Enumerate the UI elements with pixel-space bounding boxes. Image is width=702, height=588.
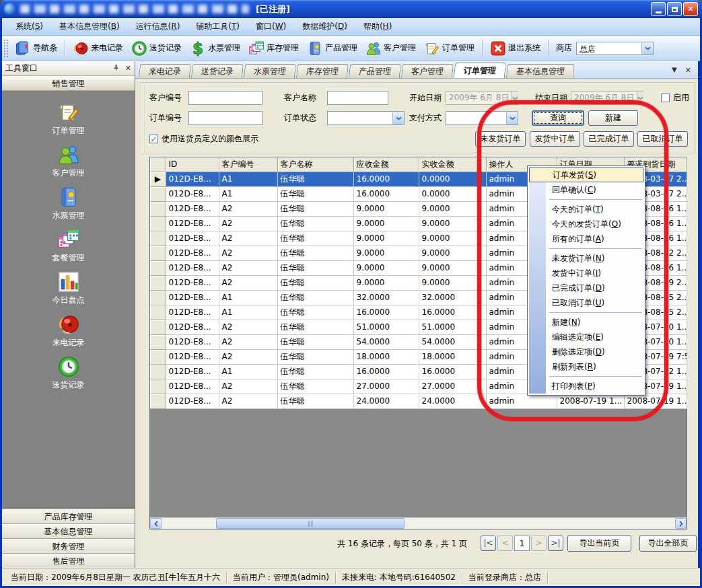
status-filter-button-0[interactable]: 未发货订单 [475, 131, 526, 147]
menubar-item-H[interactable]: 帮助(H) [355, 19, 400, 34]
toolbar-button-navbook[interactable]: 导航条 [11, 38, 61, 59]
tab-基本信息管理[interactable]: 基本信息管理 [506, 64, 575, 78]
sidebar-item-chart[interactable]: 今日盘点 [2, 267, 135, 309]
tab-close-icon[interactable]: ✕ [685, 66, 691, 75]
context-menu-item-C[interactable]: 回单确认(C) [529, 182, 643, 197]
menubar-item-W[interactable]: 窗口(W) [248, 19, 294, 34]
sidebar-section[interactable]: 售后管理 [2, 554, 135, 568]
toolbar-button-exit[interactable]: 退出系统 [486, 38, 545, 59]
scroll-right-icon[interactable] [675, 518, 687, 529]
order-code-label: 订单编号 [149, 111, 182, 125]
minimize-button[interactable] [651, 2, 666, 16]
toolbar-button-dollar[interactable]: $水票管理 [186, 38, 244, 59]
start-date-label: 开始日期 [409, 91, 442, 105]
toolbar-button-clock[interactable]: 送货记录 [127, 38, 186, 59]
sidebar-item-people[interactable]: 客户管理 [2, 140, 135, 182]
last-page-button[interactable]: >| [548, 536, 563, 551]
context-menu-item-E[interactable]: 编辑选定项(E) [529, 330, 643, 344]
order-code-input[interactable] [188, 111, 262, 125]
first-page-button[interactable]: |< [481, 536, 496, 551]
tab-产品管理[interactable]: 产品管理 [349, 64, 401, 78]
delivery-color-checkbox[interactable]: ✓ 使用送货员定义的颜色展示 [149, 133, 258, 145]
enable-checkbox[interactable]: 启用 [661, 92, 689, 104]
menubar-item-R[interactable]: 运行信息(R) [128, 19, 188, 34]
prev-page-button[interactable]: < [497, 536, 513, 551]
tab-订单管理[interactable]: 订单管理 [454, 63, 506, 78]
page-number-input[interactable] [514, 536, 530, 551]
horizontal-scrollbar[interactable] [150, 517, 687, 529]
export-all-pages-button[interactable]: 导出全部页 [639, 535, 697, 552]
toolbar-button-bell[interactable]: 来电记录 [69, 38, 127, 59]
column-header-ID[interactable]: ID [166, 157, 219, 172]
menubar-item-S[interactable]: 系统(S) [7, 19, 51, 34]
toolbar-button-bluebook[interactable]: 产品管理 [303, 38, 361, 59]
sidebar-section-sales[interactable]: 销售管理 [2, 76, 135, 91]
sidebar-item-bell[interactable]: 来电记录 [2, 309, 135, 352]
toolbar-button-scroll[interactable]: 订单管理 [420, 38, 479, 59]
navbook-icon [15, 40, 31, 57]
export-current-page-button[interactable]: 导出当前页 [567, 535, 631, 552]
sidebar-item-calendar[interactable]: 套餐管理 [2, 225, 135, 267]
chevron-down-icon[interactable] [392, 112, 404, 124]
tab-来电记录[interactable]: 来电记录 [139, 64, 191, 78]
context-menu-item-N[interactable]: 新建(N) [529, 315, 643, 330]
sidebar-item-clock[interactable]: 送货记录 [2, 352, 135, 394]
context-menu-item-T[interactable]: 今天的订单(T) [529, 202, 643, 217]
new-button[interactable]: 新建 [588, 110, 638, 126]
toolbar-grip[interactable] [4, 40, 8, 57]
toolbar-button-people[interactable]: 客户管理 [361, 38, 420, 59]
status-filter-button-1[interactable]: 发货中订单 [530, 131, 580, 147]
column-header-客户编号[interactable]: 客户编号 [219, 157, 277, 172]
sidebar-section[interactable]: 基本信息管理 [2, 524, 135, 539]
context-menu-item-D[interactable]: 删除选定项(D) [529, 344, 643, 359]
sidebar-item-scroll[interactable]: 订单管理 [2, 98, 135, 140]
context-menu-item-D[interactable]: 已完成订单(D) [529, 281, 643, 295]
tab-水票管理[interactable]: 水票管理 [244, 64, 296, 78]
context-menu-item-R[interactable]: 刷新列表(R) [529, 359, 643, 374]
sidebar-section[interactable]: 财务管理 [2, 539, 135, 554]
context-menu-item-O[interactable]: 今天的发货订单(O) [529, 217, 643, 231]
table-row[interactable]: 012D-E8...A2伍华聪24.000024.0000admin2008-0… [150, 394, 687, 408]
tab-客户管理[interactable]: 客户管理 [401, 64, 454, 78]
toolbar-button-label: 库存管理 [267, 42, 299, 54]
menubar-item-T[interactable]: 辅助工具(T) [188, 19, 248, 34]
menubar-item-B[interactable]: 基本信息管理(B) [51, 19, 128, 34]
scrollbar-thumb[interactable] [216, 518, 405, 529]
context-menu-item-S[interactable]: 订单发货(S) [529, 168, 643, 182]
context-menu-item-N[interactable]: 未发货订单(N) [529, 251, 643, 266]
status-filter-button-3[interactable]: 已取消订单 [637, 131, 688, 147]
close-button[interactable]: ✕ [683, 2, 698, 16]
context-menu-item-U[interactable]: 已取消订单(U) [529, 295, 643, 310]
close-icon[interactable]: ✕ [125, 64, 131, 73]
pin-icon[interactable] [112, 64, 120, 73]
context-menu-item-P[interactable]: 打印列表(P) [529, 379, 643, 394]
status-filter-button-2[interactable]: 已完成订单 [584, 131, 634, 147]
sidebar-section[interactable]: 产品库存管理 [2, 509, 135, 524]
context-menu-item-A[interactable]: 所有的订单(A) [529, 231, 643, 246]
menubar-item-D[interactable]: 数据维护(D) [294, 19, 355, 34]
query-button[interactable]: 查询 [532, 110, 584, 126]
context-menu-item-I[interactable]: 发货中订单(I) [529, 266, 643, 281]
scroll-left-icon[interactable] [150, 518, 162, 529]
chevron-down-icon[interactable] [506, 112, 518, 124]
maximize-button[interactable] [667, 2, 682, 16]
tab-list-dropdown-icon[interactable]: ▼ [672, 66, 677, 75]
shop-combobox[interactable]: 总店 [576, 42, 654, 55]
customer-code-input[interactable] [188, 91, 262, 105]
pay-method-select[interactable] [446, 111, 518, 125]
column-header-实收金额[interactable]: 实收金额 [419, 157, 486, 172]
start-date-picker[interactable]: 2009年 6月 8日 [446, 91, 518, 105]
tab-送货记录[interactable]: 送货记录 [191, 64, 244, 78]
toolbar-button-calendar[interactable]: 库存管理 [244, 38, 303, 59]
chevron-down-icon[interactable] [641, 42, 653, 54]
menu-bar: 系统(S)基本信息管理(B)运行信息(R)辅助工具(T)窗口(W)数据维护(D)… [2, 18, 700, 36]
sidebar-item-bluebook[interactable]: 水票管理 [2, 182, 135, 225]
order-status-select[interactable] [327, 111, 405, 125]
customer-name-input[interactable] [327, 91, 388, 105]
end-date-picker[interactable]: 2009年 6月 8日 [571, 91, 643, 105]
column-header-客户名称[interactable]: 客户名称 [277, 157, 353, 172]
next-page-button[interactable]: > [531, 536, 547, 551]
table-cell: A1 [219, 305, 277, 320]
tab-库存管理[interactable]: 库存管理 [296, 64, 349, 78]
column-header-应收金额[interactable]: 应收金额 [353, 157, 419, 172]
